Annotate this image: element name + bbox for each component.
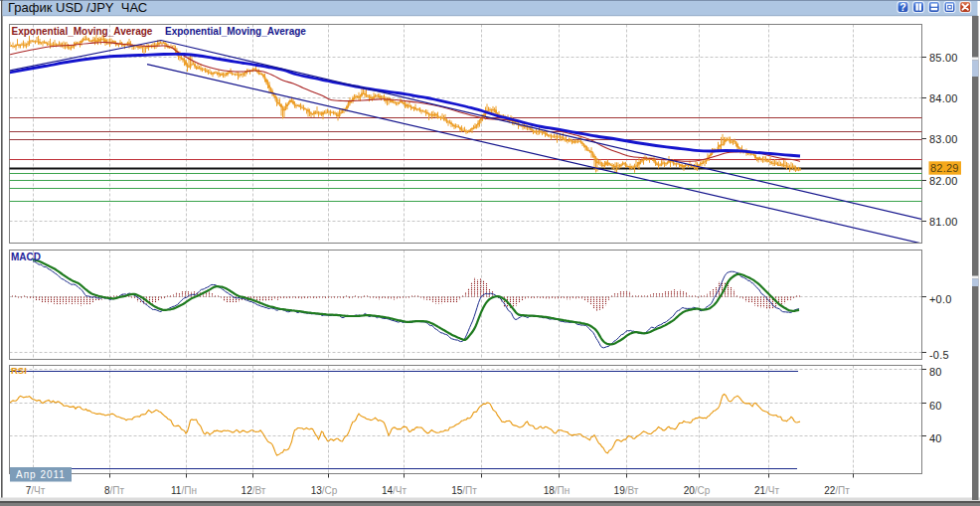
svg-text:40: 40 (929, 432, 942, 444)
svg-text:60: 60 (929, 400, 942, 412)
svg-text:12/Вт: 12/Вт (242, 485, 266, 496)
svg-text:13/Ср: 13/Ср (311, 485, 338, 496)
svg-text:81.00: 81.00 (929, 216, 958, 228)
svg-text:Exponential_Moving_Average: Exponential_Moving_Average (165, 26, 306, 37)
svg-text:85.00: 85.00 (929, 52, 958, 64)
svg-text:20/Ср: 20/Ср (684, 485, 711, 496)
svg-text:MACD: MACD (11, 252, 41, 262)
svg-text:8/Пт: 8/Пт (104, 485, 125, 496)
svg-text:21/Чт: 21/Чт (754, 485, 780, 496)
svg-text:-0.5: -0.5 (929, 349, 949, 361)
svg-text:19/Вт: 19/Вт (614, 485, 639, 496)
svg-text:22/Пт: 22/Пт (824, 485, 850, 496)
svg-text:Exponential_Moving_Average: Exponential_Moving_Average (12, 26, 153, 37)
svg-text:14/Чт: 14/Чт (382, 485, 408, 496)
svg-text:11/Пн: 11/Пн (171, 485, 197, 496)
svg-text:График USD /JPY ЧАС: График USD /JPY ЧАС (8, 0, 147, 15)
svg-text:18/Пн: 18/Пн (544, 485, 571, 496)
svg-text:7/Чт: 7/Чт (26, 485, 46, 496)
svg-text:84.00: 84.00 (929, 92, 958, 104)
svg-text:Апр 2011: Апр 2011 (16, 469, 66, 480)
svg-text:?: ? (899, 1, 905, 13)
svg-text:83.00: 83.00 (929, 133, 958, 145)
svg-text:82.29: 82.29 (930, 162, 959, 174)
svg-text:80: 80 (929, 366, 942, 378)
svg-text:82.00: 82.00 (929, 175, 958, 187)
svg-text:+0.0: +0.0 (929, 293, 952, 305)
svg-text:15/Пт: 15/Пт (451, 485, 477, 496)
svg-text:RSI: RSI (11, 365, 27, 376)
